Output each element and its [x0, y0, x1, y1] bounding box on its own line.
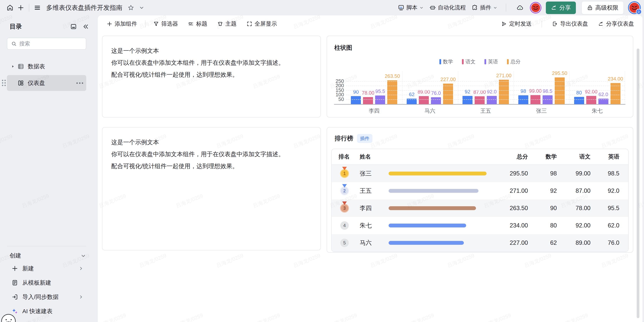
home-button[interactable] — [4, 2, 16, 13]
text-line: 配合可视化/统计组件一起使用，达到理想效果。 — [111, 160, 312, 172]
export-dashboard-button[interactable]: 导出仪表盘 — [552, 20, 588, 28]
share-button[interactable]: 分享 — [546, 2, 576, 14]
topbar-divider — [506, 4, 506, 12]
catalog-toggle-button[interactable] — [32, 2, 43, 13]
bar-总分[interactable]: 227.00 — [443, 84, 453, 104]
more-actions-icon[interactable] — [76, 82, 83, 84]
topbar-left: 多维表仪表盘插件开发指南 — [4, 2, 147, 13]
x-axis-label: 王五 — [480, 107, 491, 115]
dashboard-toolbar: 添加组件 筛选器 标题 主题 全屏显示 定时发送 — [98, 16, 642, 32]
enterprise-badge: 企 — [636, 9, 642, 15]
bar-语文[interactable]: 99.00 — [530, 95, 540, 104]
chart-vertical-gridline — [569, 72, 570, 104]
bar-总分[interactable]: 271.00 — [499, 80, 509, 104]
collapse-sidebar-icon[interactable] — [82, 23, 89, 30]
sidebar-item-import-sync[interactable]: 导入/同步数据 — [7, 290, 86, 304]
bar-英语[interactable]: 98.5 — [542, 95, 552, 104]
plugins-label: 插件 — [480, 4, 491, 12]
bar-总分[interactable]: 234.00 — [610, 83, 620, 104]
ranking-widget-card[interactable]: 排行榜 插件 排名姓名总分数学语文英语 1张三295.509899.0098.5… — [326, 127, 633, 253]
script-menu[interactable]: 脚本 — [398, 4, 424, 12]
drag-handle[interactable] — [2, 80, 6, 86]
bar-语文[interactable]: 89.00 — [419, 96, 429, 104]
text-line: 配合可视化/统计组件一起使用，达到理想效果。 — [111, 69, 312, 81]
bar-value-label: 92 — [465, 89, 470, 95]
bar-数学[interactable]: 92 — [462, 96, 472, 104]
theme-button[interactable]: 主题 — [217, 20, 236, 28]
user-avatar[interactable]: 企 — [629, 3, 640, 13]
text-widget-card[interactable]: 这是一个示例文本 你可以在仪表盘中添加文本组件，用于在仪表盘中添加文字描述。 配… — [102, 127, 321, 250]
export-dashboard-label: 导出仪表盘 — [560, 20, 588, 28]
sidebar-item-new-from-template[interactable]: 从模板新建 — [7, 276, 86, 290]
bar-value-label: 92.0 — [487, 89, 497, 95]
sidebar-item-dashboard[interactable]: 仪表盘 — [7, 75, 86, 91]
home-icon — [6, 4, 14, 11]
bar-英语[interactable]: 95.5 — [375, 96, 385, 104]
table-row[interactable]: 2王五271.009287.0092.0 — [332, 182, 628, 199]
chinese-cell: 92.00 — [557, 222, 590, 229]
sidebar-search[interactable] — [7, 38, 86, 50]
sidebar-item-ai-quick-table[interactable]: AI 快速建表 — [7, 304, 86, 318]
advanced-permission-label: 高级权限 — [595, 4, 618, 12]
advanced-permission-button[interactable]: 高级权限 — [582, 1, 624, 14]
bar-语文[interactable]: 92.00 — [586, 96, 596, 104]
fullscreen-icon — [246, 21, 252, 27]
chart-gridline — [346, 95, 625, 95]
chevron-down-icon — [80, 253, 86, 259]
toolbar-divider — [542, 21, 542, 27]
share-dashboard-button[interactable]: 分享仪表盘 — [598, 20, 634, 28]
legend-item-语文[interactable]: 语文 — [462, 58, 476, 65]
robot-icon — [430, 5, 436, 11]
assistant-mascot[interactable] — [0, 313, 17, 322]
bar-语文[interactable]: 78.00 — [363, 97, 373, 104]
favorite-button[interactable] — [126, 2, 136, 13]
bar-数学[interactable]: 98 — [518, 95, 528, 104]
bar-语文[interactable]: 87.00 — [475, 96, 485, 104]
table-row[interactable]: 4朱七234.008092.0062.0 — [332, 217, 628, 234]
table-row[interactable]: 3李四263.509078.0095.5 — [332, 199, 628, 217]
collaborator-avatar[interactable] — [531, 3, 540, 12]
vertical-scrollbar[interactable] — [637, 49, 640, 318]
sync-status-button[interactable] — [515, 2, 526, 13]
legend-item-英语[interactable]: 英语 — [484, 58, 498, 65]
rank-cell: 5 — [338, 239, 360, 247]
text-line: 你可以在仪表盘中添加文本组件，用于在仪表盘中添加文字描述。 — [111, 148, 312, 160]
bar-value-label: 95.5 — [375, 88, 385, 94]
create-section-header[interactable]: 创建 — [10, 252, 86, 260]
new-tab-button[interactable] — [16, 2, 26, 13]
sidebar-item-new[interactable]: 新建 — [7, 261, 86, 275]
bar-数学[interactable]: 80 — [574, 97, 584, 104]
legend-swatch-icon — [484, 59, 486, 64]
search-input[interactable] — [19, 41, 82, 47]
script-label: 脚本 — [406, 4, 418, 12]
column-header-总分: 总分 — [494, 153, 528, 161]
table-row[interactable]: 1张三295.509899.0098.5 — [332, 165, 628, 182]
bar-数学[interactable]: 90 — [351, 96, 361, 104]
document-title: 多维表仪表盘插件开发指南 — [46, 4, 122, 12]
ranking-header: 排行榜 插件 — [331, 134, 628, 143]
expand-caret-icon[interactable] — [10, 65, 16, 68]
bar-chart-card[interactable]: 柱状图 数学语文英语总分 50100150200250 9078.0095.52… — [326, 36, 633, 118]
legend-item-数学[interactable]: 数学 — [440, 58, 453, 65]
fullscreen-button[interactable]: 全屏显示 — [246, 20, 277, 28]
fullscreen-label: 全屏显示 — [255, 20, 277, 28]
bar-英语[interactable]: 92.0 — [487, 96, 497, 104]
panel-layout-icon[interactable] — [70, 23, 77, 30]
title-menu-button[interactable] — [136, 2, 147, 13]
bar-总分[interactable]: 263.50 — [387, 80, 397, 104]
math-cell: 62 — [528, 239, 557, 246]
title-button[interactable]: 标题 — [188, 20, 207, 28]
create-section-label: 创建 — [10, 252, 21, 260]
filter-button[interactable]: 筛选器 — [153, 20, 178, 28]
catalog-title: 目录 — [10, 22, 22, 31]
add-component-button[interactable]: 添加组件 — [107, 20, 137, 28]
scheduled-send-button[interactable]: 定时发送 — [501, 20, 532, 28]
score-bar — [388, 189, 478, 193]
sidebar-item-data-table[interactable]: 数据表 — [7, 59, 86, 74]
plugins-menu[interactable]: 插件 — [472, 4, 497, 12]
automation-menu[interactable]: 自动化流程 — [430, 4, 466, 12]
legend-item-总分[interactable]: 总分 — [507, 58, 521, 65]
text-widget-card[interactable]: 这是一个示例文本 你可以在仪表盘中添加文本组件，用于在仪表盘中添加文字描述。 配… — [102, 36, 321, 118]
bar-英语[interactable]: 76.0 — [431, 97, 441, 104]
table-row[interactable]: 5马六227.006289.0076.0 — [332, 234, 628, 251]
